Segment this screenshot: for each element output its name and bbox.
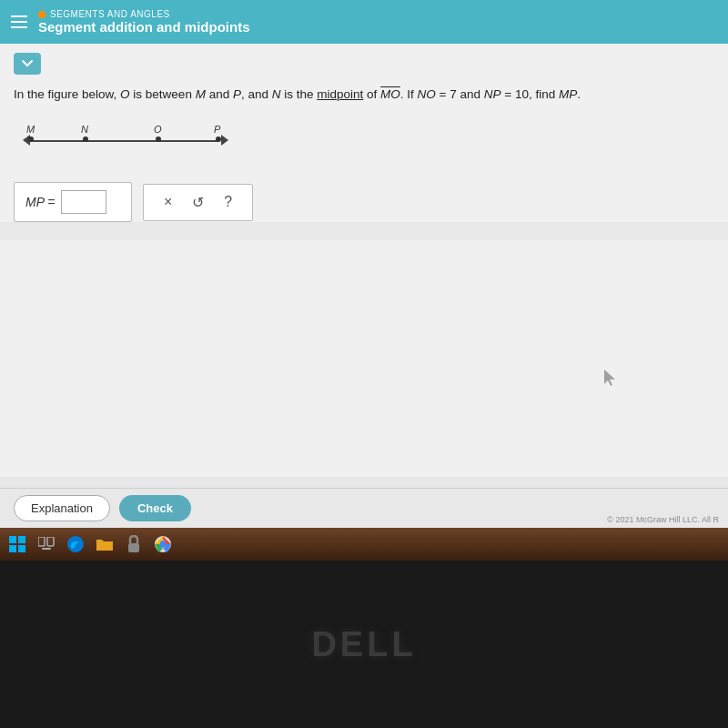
section-label: SEGMENTS AND ANGLES (38, 9, 250, 19)
action-buttons: × ↺ ? (143, 184, 253, 221)
files-icon[interactable] (95, 534, 115, 554)
help-button[interactable]: ? (220, 192, 236, 212)
header-text: SEGMENTS AND ANGLES Segment addition and… (38, 9, 250, 35)
segment-diagram: M N O P (21, 124, 230, 153)
header-bar: SEGMENTS AND ANGLES Segment addition and… (0, 0, 728, 44)
svg-rect-1 (18, 536, 25, 543)
mp-input[interactable] (61, 190, 106, 214)
svg-rect-4 (38, 537, 45, 546)
svg-rect-0 (9, 536, 16, 543)
section-label-text: SEGMENTS AND ANGLES (50, 9, 170, 19)
input-row: MP = × ↺ ? (14, 182, 714, 222)
problem-text: In the figure below, O is between M and … (14, 86, 632, 104)
taskview-icon[interactable] (36, 534, 56, 554)
taskbar (0, 528, 728, 561)
svg-rect-6 (42, 548, 51, 550)
check-button[interactable]: Check (119, 495, 191, 521)
lock-icon[interactable] (124, 534, 144, 554)
point-P: P (216, 136, 221, 142)
status-dot (38, 11, 46, 18)
svg-rect-8 (128, 543, 139, 552)
mp-input-container: MP = (14, 182, 132, 222)
hamburger-icon[interactable] (11, 15, 27, 28)
explanation-button[interactable]: Explanation (14, 495, 110, 521)
svg-rect-5 (47, 537, 54, 546)
copyright-text: © 2021 McGraw Hill LLC. All R (607, 515, 719, 524)
page-title: Segment addition and midpoints (38, 19, 250, 35)
mp-label: MP = (25, 195, 56, 209)
chrome-icon[interactable] (153, 534, 173, 554)
point-O: O (156, 136, 161, 142)
svg-rect-2 (9, 545, 16, 552)
svg-rect-3 (18, 545, 25, 552)
point-M: M (28, 136, 34, 142)
undo-button[interactable]: ↺ (188, 192, 207, 213)
point-N: N (83, 136, 88, 142)
body-area (0, 240, 728, 477)
edge-icon[interactable] (66, 534, 86, 554)
dell-area: DELL (0, 561, 728, 728)
dell-logo: DELL (311, 625, 416, 664)
collapse-button[interactable] (14, 53, 41, 75)
windows-icon[interactable] (7, 534, 27, 554)
content-area: In the figure below, O is between M and … (0, 44, 728, 222)
close-button[interactable]: × (160, 192, 176, 212)
cursor-icon (602, 368, 619, 388)
